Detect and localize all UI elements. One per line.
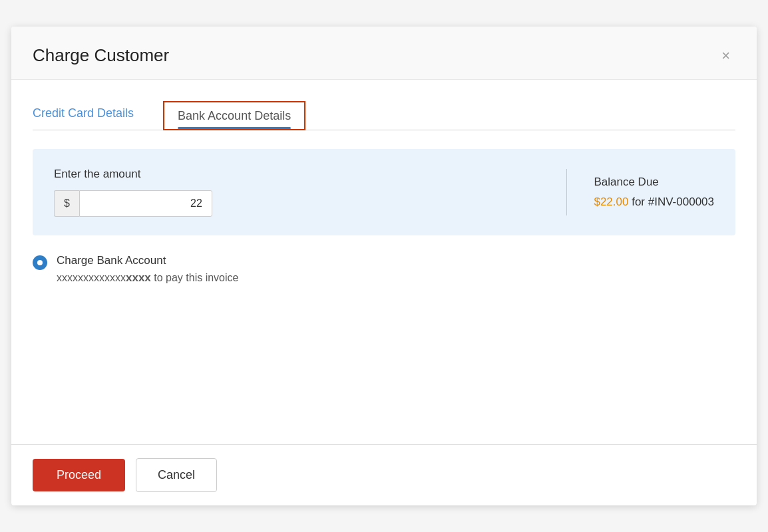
amount-label: Enter the amount bbox=[54, 168, 540, 181]
charge-bank-radio[interactable] bbox=[33, 255, 47, 270]
account-prefix: xxxxxxxxxxxxx bbox=[57, 272, 126, 283]
tab-bank-account[interactable]: Bank Account Details bbox=[178, 109, 291, 123]
balance-amount: $22.00 bbox=[594, 196, 628, 208]
tabs-row: Credit Card Details Bank Account Details bbox=[33, 101, 735, 130]
radio-inner bbox=[37, 260, 43, 265]
amount-input-group: $ bbox=[54, 190, 240, 217]
amount-input[interactable] bbox=[79, 190, 212, 217]
balance-section: Balance Due $22.00 for #INV-000003 bbox=[594, 176, 714, 209]
balance-for-text: for #INV-000003 bbox=[632, 196, 714, 208]
currency-symbol: $ bbox=[54, 190, 79, 217]
account-suffix: xxxx bbox=[126, 271, 151, 284]
charge-account-text: xxxxxxxxxxxxxxxxx to pay this invoice bbox=[57, 271, 238, 285]
balance-value: $22.00 for #INV-000003 bbox=[594, 196, 714, 209]
modal-header: Charge Customer × bbox=[11, 27, 757, 80]
modal-footer: Proceed Cancel bbox=[11, 444, 757, 505]
tab-credit-card[interactable]: Credit Card Details bbox=[33, 106, 144, 120]
tab-active-underline bbox=[178, 127, 291, 129]
amount-section: Enter the amount $ Balance Due $22.00 fo… bbox=[33, 149, 735, 235]
modal-dialog: Charge Customer × Credit Card Details Ba… bbox=[11, 27, 757, 505]
proceed-button[interactable]: Proceed bbox=[33, 459, 125, 491]
balance-label: Balance Due bbox=[594, 176, 714, 189]
modal-title: Charge Customer bbox=[33, 45, 169, 66]
tab-credit-card-wrapper: Credit Card Details bbox=[33, 106, 158, 130]
cancel-button[interactable]: Cancel bbox=[136, 458, 217, 492]
modal-body: Credit Card Details Bank Account Details… bbox=[11, 80, 757, 444]
page-background: Charge Customer × Credit Card Details Ba… bbox=[0, 0, 768, 532]
amount-left: Enter the amount $ bbox=[54, 168, 540, 217]
charge-text: Charge Bank Account xxxxxxxxxxxxxxxxx to… bbox=[57, 254, 238, 285]
tab-bank-account-wrapper: Bank Account Details bbox=[163, 101, 305, 130]
account-invoice-text: to pay this invoice bbox=[151, 272, 239, 283]
amount-divider bbox=[566, 169, 567, 215]
charge-section: Charge Bank Account xxxxxxxxxxxxxxxxx to… bbox=[33, 254, 735, 285]
charge-bank-title: Charge Bank Account bbox=[57, 254, 238, 267]
close-button[interactable]: × bbox=[716, 46, 735, 66]
